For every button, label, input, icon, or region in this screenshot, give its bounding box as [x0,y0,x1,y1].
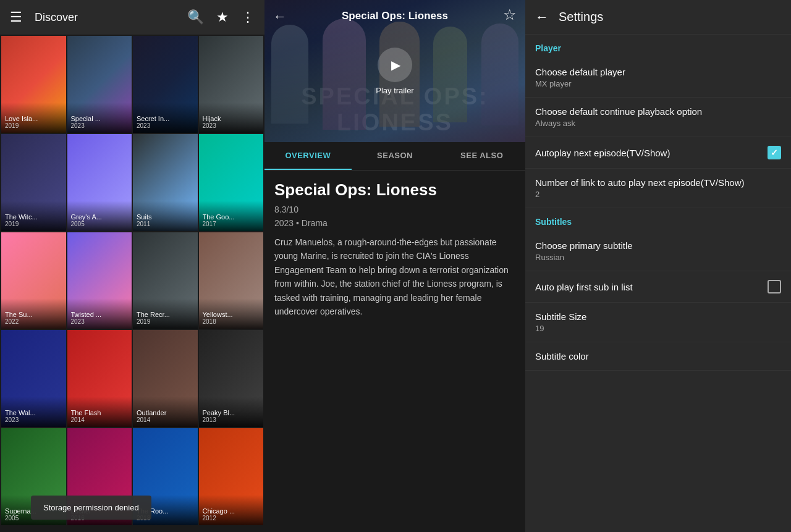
card-year: 2005 [71,221,129,227]
settings-value: 19 [535,324,781,333]
media-card-yellowstone[interactable]: Yellowst... 2018 [199,232,264,329]
settings-value: Russian [535,253,781,262]
card-year: 2023 [71,122,129,129]
card-overlay: The Flash 2014 [67,397,132,427]
settings-section-player: Player [525,35,791,58]
card-overlay: Yellowst... 2018 [199,298,264,329]
card-year: 2019 [137,318,194,325]
settings-item-subtitle-color[interactable]: Subtitle color [525,342,791,371]
play-icon-circle: ▶ [378,48,412,82]
middle-panel: SPECIAL OPS:LIONESS ▶ Play trailer ← ☆ [264,0,525,532]
card-overlay: Twisted ... 2023 [67,298,132,329]
settings-item-primary-subtitle[interactable]: Choose primary subtitle Russian [525,232,791,271]
media-card-secret-inv[interactable]: Secret In... 2023 [133,36,198,133]
media-card-peaky[interactable]: Peaky Bl... 2013 [199,330,264,427]
play-trailer-label: Play trailer [376,86,413,95]
card-title: The Su... [5,311,62,318]
card-title: The Flash [71,409,129,416]
search-icon[interactable]: 🔍 [187,9,204,25]
settings-item-default-player[interactable]: Choose default player MX player [525,58,791,98]
media-card-recruit[interactable]: The Recr... 2019 [133,232,198,329]
media-card-love-island[interactable]: Love Isla... 2019 [1,36,66,133]
back-icon: ← [273,9,287,24]
card-title: The Goo... [203,213,260,221]
media-card-summer[interactable]: The Su... 2022 [1,232,66,329]
media-grid: Love Isla... 2019 Special ... 2023 Secre… [0,35,264,526]
card-overlay: The Witc... 2019 [1,201,66,231]
char5 [481,23,518,125]
media-card-twisted[interactable]: Twisted ... 2023 [67,232,132,329]
media-card-greys[interactable]: Grey's A... 2005 [67,134,132,231]
settings-value: MX player [535,79,781,88]
settings-label: Autoplay next episode(TV/Show) [535,148,768,158]
card-year: 2022 [5,318,62,325]
card-year: 2023 [71,318,129,325]
menu-icon[interactable]: ☰ [10,9,22,25]
card-year: 2023 [137,122,194,129]
media-card-hijack[interactable]: Hijack 2023 [199,36,264,133]
toast-message: Storage permission denied [31,496,151,520]
card-overlay: The Recr... 2019 [133,298,198,329]
card-year: 2019 [5,122,62,129]
card-title: Special ... [71,115,129,122]
tab-season[interactable]: SEASON [352,142,439,170]
play-trailer-button[interactable]: ▶ Play trailer [376,48,413,95]
card-overlay: Love Isla... 2019 [1,103,66,133]
settings-label: Choose primary subtitle [535,240,781,251]
settings-section-subtitles: Subtitles [525,208,791,232]
card-overlay: Grey's A... 2005 [67,201,132,231]
char1 [271,25,308,124]
card-overlay: The Su... 2022 [1,298,66,329]
card-title: The Witc... [5,213,62,221]
show-description: Cruz Manuelos, a rough-around-the-edges … [274,235,515,318]
card-title: Outlander [137,409,194,416]
card-year: 2019 [5,221,62,227]
settings-item-continue-playback[interactable]: Choose default continue playback option … [525,98,791,137]
media-card-suits[interactable]: Suits 2011 [133,134,198,231]
main-layout: ☰ Discover 🔍 ★ ⋮ Love Isla... 2019 Speci… [0,0,791,532]
show-rating: 8.3/10 [274,205,515,214]
settings-item-auto-play-sub[interactable]: Auto play first sub in list [525,271,791,303]
tab-overview[interactable]: OVERVIEW [264,142,352,170]
card-title: Secret In... [137,115,194,122]
settings-header: ← Settings [525,0,791,35]
media-card-witcher[interactable]: The Witc... 2019 [1,134,66,231]
settings-item-subtitle-size[interactable]: Subtitle Size 19 [525,303,791,342]
favorites-icon[interactable]: ★ [216,9,229,25]
settings-label: Subtitle Size [535,311,781,322]
media-card-walker[interactable]: The Wal... 2023 [1,330,66,427]
settings-value: Always ask [535,119,781,128]
card-overlay: Outlander 2014 [133,397,198,427]
checkbox-autoplay-next[interactable]: ✓ [768,146,781,159]
settings-label: Choose default continue playback option [535,106,781,117]
settings-value: 2 [535,190,781,199]
show-hero: SPECIAL OPS:LIONESS ▶ Play trailer ← ☆ [264,0,525,142]
show-content: Special Ops: Lioness 8.3/10 2023 • Drama… [264,171,525,328]
tab-see-also[interactable]: SEE ALSO [438,142,525,170]
card-overlay: The Goo... 2017 [199,201,264,231]
more-icon[interactable]: ⋮ [241,9,255,25]
card-title: Yellowst... [203,311,260,318]
media-card-outlander[interactable]: Outlander 2014 [133,330,198,427]
play-triangle-icon: ▶ [391,57,400,72]
card-overlay: The Wal... 2023 [1,397,66,427]
settings-item-link-autoplay[interactable]: Number of link to auto play next episode… [525,169,791,208]
media-card-special-ops[interactable]: Special ... 2023 [67,36,132,133]
card-title: Peaky Bl... [203,409,260,416]
favorite-button[interactable]: ☆ [503,6,517,23]
char4 [433,27,467,122]
checkbox-auto-play-sub[interactable] [768,280,781,293]
settings-back-button[interactable]: ← [535,9,549,25]
settings-label: Choose default player [535,67,781,77]
card-title: Grey's A... [71,213,129,221]
settings-item-autoplay-next[interactable]: Autoplay next episode(TV/Show) ✓ [525,137,791,169]
settings-label: Subtitle color [535,351,781,361]
card-year: 2014 [137,416,194,423]
card-title: The Recr... [137,311,194,318]
show-title: Special Ops: Lioness [274,180,515,200]
media-card-doctor[interactable]: The Goo... 2017 [199,134,264,231]
left-panel: ☰ Discover 🔍 ★ ⋮ Love Isla... 2019 Speci… [0,0,264,532]
media-card-chicago[interactable]: Chicago ... 2012 [199,428,264,525]
media-card-flash[interactable]: The Flash 2014 [67,330,132,427]
back-button[interactable]: ← [273,9,287,25]
